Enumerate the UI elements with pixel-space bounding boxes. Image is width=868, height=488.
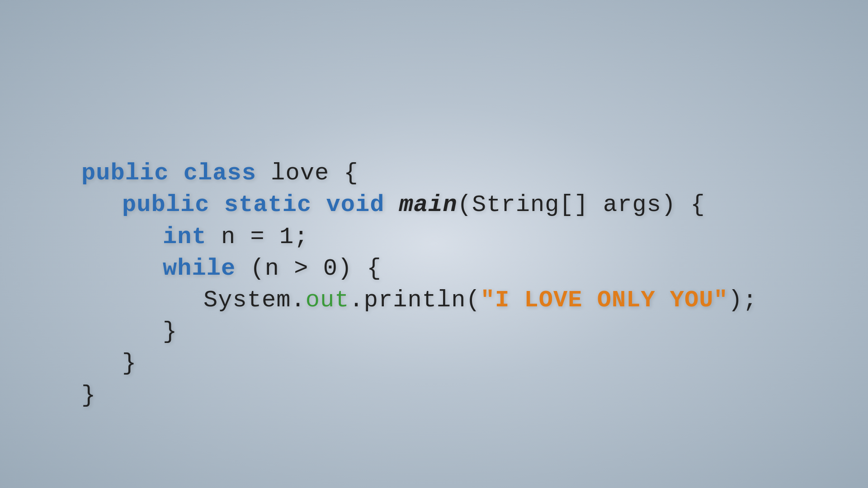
keyword-public-class: public class (81, 160, 256, 187)
code-line-8: } (81, 380, 757, 412)
println-method: .println( (349, 287, 480, 314)
while-condition: (n > 0) { (236, 255, 381, 282)
code-display: public class love { public static void m… (0, 76, 757, 412)
string-literal: "I LOVE ONLY YOU" (481, 287, 728, 314)
code-line-4: while (n > 0) { (81, 253, 757, 285)
code-line-3: int n = 1; (81, 221, 757, 253)
out-field: out (306, 287, 349, 314)
code-line-5: System.out.println("I LOVE ONLY YOU"); (81, 285, 757, 316)
var-declaration: n = 1; (207, 224, 309, 250)
system-class: System. (203, 287, 306, 314)
close-brace-class: } (81, 382, 96, 409)
code-line-6: } (81, 316, 757, 348)
keyword-while: while (163, 255, 236, 282)
code-line-7: } (81, 348, 757, 380)
method-params: (String[] args) { (458, 192, 705, 218)
code-line-1: public class love { (81, 158, 757, 189)
method-main: main (399, 192, 458, 218)
close-brace-while: } (163, 319, 177, 345)
keyword-public-static-void: public static void (122, 192, 399, 218)
close-brace-main: } (122, 350, 137, 377)
keyword-int: int (163, 224, 207, 250)
class-name: love { (256, 160, 359, 187)
code-line-2: public static void main(String[] args) { (81, 189, 757, 221)
statement-end: ); (728, 287, 758, 314)
